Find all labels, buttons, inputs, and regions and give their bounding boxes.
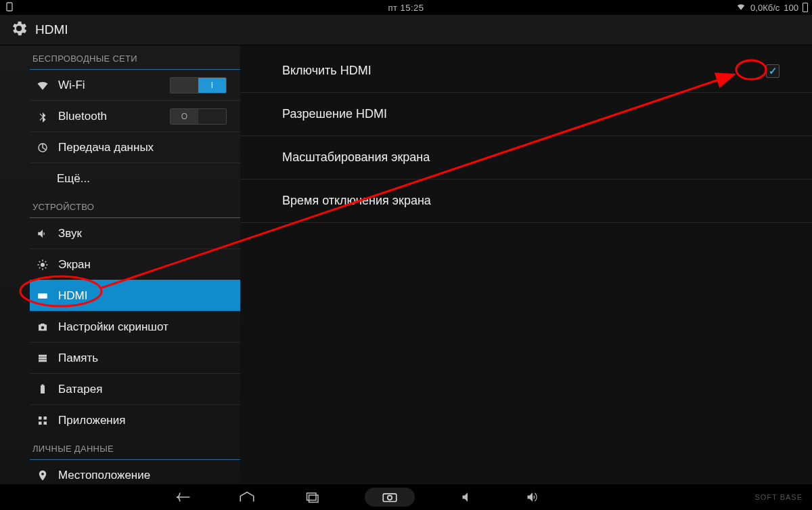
svg-rect-16 xyxy=(41,385,45,394)
watermark: SOFT BASE xyxy=(754,493,803,501)
sidebar-item-wifi[interactable]: Wi-Fi I xyxy=(30,69,240,100)
sidebar-item-apps[interactable]: Приложения xyxy=(30,404,240,435)
brightness-icon xyxy=(35,259,50,271)
sidebar-item-label: Местоположение xyxy=(58,469,150,482)
section-personal: ЛИЧНЫЕ ДАННЫЕ xyxy=(30,435,240,459)
setting-label: Включить HDMI xyxy=(282,64,371,78)
sidebar-item-label: Настройки скриншот xyxy=(58,320,168,334)
data-usage-icon xyxy=(35,142,50,154)
svg-rect-23 xyxy=(309,495,318,503)
svg-rect-20 xyxy=(39,421,42,425)
sidebar-item-label: Ещё... xyxy=(57,172,90,186)
rotation-lock-icon xyxy=(4,1,15,14)
svg-rect-19 xyxy=(44,417,47,420)
status-time: пт 15:25 xyxy=(388,3,424,13)
storage-icon xyxy=(35,352,50,364)
apps-icon xyxy=(35,415,50,427)
svg-line-8 xyxy=(45,267,47,268)
wifi-icon xyxy=(736,2,746,14)
setting-label: Время отключения экрана xyxy=(282,194,431,208)
setting-hdmi-resolution[interactable]: Разрешение HDMI xyxy=(240,93,812,136)
svg-line-10 xyxy=(45,261,47,262)
sidebar-item-display[interactable]: Экран xyxy=(30,249,240,280)
volume-up-button[interactable] xyxy=(520,488,545,507)
gear-icon xyxy=(9,19,28,41)
sidebar-item-storage[interactable]: Память xyxy=(30,342,240,373)
system-navbar: SOFT BASE xyxy=(0,484,812,510)
svg-rect-18 xyxy=(39,417,42,420)
sidebar-item-label: Wi-Fi xyxy=(58,79,85,92)
status-bar: пт 15:25 0,0Кб/с 100 xyxy=(0,0,812,15)
screenshot-button[interactable] xyxy=(365,488,415,507)
section-wireless: БЕСПРОВОДНЫЕ СЕТИ xyxy=(30,45,240,69)
sound-icon xyxy=(35,228,50,240)
home-button[interactable] xyxy=(235,488,259,507)
section-device: УСТРОЙСТВО xyxy=(30,194,240,217)
camera-icon xyxy=(35,321,50,333)
setting-screen-off-time[interactable]: Время отключения экрана xyxy=(240,179,812,223)
svg-line-9 xyxy=(39,267,41,268)
recent-apps-button[interactable] xyxy=(300,488,324,507)
setting-screen-scaling[interactable]: Масштабирования экрана xyxy=(240,136,812,179)
svg-rect-22 xyxy=(307,493,316,501)
sidebar-item-sound[interactable]: Звук xyxy=(30,217,240,249)
location-icon xyxy=(35,469,50,482)
sidebar-item-label: Память xyxy=(58,352,98,365)
svg-rect-17 xyxy=(42,384,44,385)
setting-label: Разрешение HDMI xyxy=(282,107,387,121)
hdmi-settings-panel: Включить HDMI Разрешение HDMI Масштабиро… xyxy=(240,45,812,484)
sidebar-item-label: Bluetooth xyxy=(58,110,107,123)
svg-point-25 xyxy=(387,496,392,501)
volume-down-button[interactable] xyxy=(455,488,480,507)
status-net-speed: 0,0Кб/с xyxy=(750,3,780,13)
svg-point-2 xyxy=(41,263,45,267)
sidebar-item-data-usage[interactable]: Передача данных xyxy=(30,131,240,163)
page-title: HDMI xyxy=(35,22,68,37)
sidebar-item-label: Экран xyxy=(58,258,91,272)
bluetooth-icon xyxy=(35,110,50,123)
svg-rect-15 xyxy=(39,360,47,362)
status-battery-level: 100 xyxy=(784,3,798,13)
bluetooth-toggle[interactable]: O xyxy=(170,108,227,125)
wifi-icon xyxy=(35,79,50,92)
svg-rect-13 xyxy=(39,354,47,356)
svg-line-7 xyxy=(39,261,41,262)
svg-point-12 xyxy=(41,326,45,329)
sidebar-item-more[interactable]: Ещё... xyxy=(30,163,240,194)
settings-header: HDMI xyxy=(0,15,812,45)
sidebar-item-location[interactable]: Местоположение xyxy=(30,459,240,484)
enable-hdmi-checkbox[interactable] xyxy=(766,64,780,78)
sidebar-item-bluetooth[interactable]: Bluetooth O xyxy=(30,100,240,131)
sidebar-item-label: Звук xyxy=(58,227,82,240)
hdmi-icon xyxy=(35,290,50,302)
settings-sidebar: БЕСПРОВОДНЫЕ СЕТИ Wi-Fi I Bluetooth O xyxy=(0,45,240,484)
sidebar-item-label: Батарея xyxy=(58,383,102,396)
svg-rect-14 xyxy=(39,357,47,359)
sidebar-item-label: HDMI xyxy=(58,289,87,303)
sidebar-item-label: Приложения xyxy=(58,414,125,427)
wifi-toggle[interactable]: I xyxy=(170,77,227,93)
back-button[interactable] xyxy=(170,488,194,507)
sidebar-item-label: Передача данных xyxy=(58,141,154,154)
sidebar-item-battery[interactable]: Батарея xyxy=(30,373,240,404)
svg-rect-21 xyxy=(44,421,47,425)
svg-rect-11 xyxy=(38,293,47,299)
sidebar-item-hdmi[interactable]: HDMI xyxy=(30,280,240,311)
setting-label: Масштабирования экрана xyxy=(282,150,430,165)
battery-icon xyxy=(803,3,808,12)
svg-rect-0 xyxy=(7,3,12,11)
sidebar-item-screenshot[interactable]: Настройки скриншот xyxy=(30,311,240,342)
setting-enable-hdmi[interactable]: Включить HDMI xyxy=(240,49,812,93)
battery-icon xyxy=(35,383,50,396)
